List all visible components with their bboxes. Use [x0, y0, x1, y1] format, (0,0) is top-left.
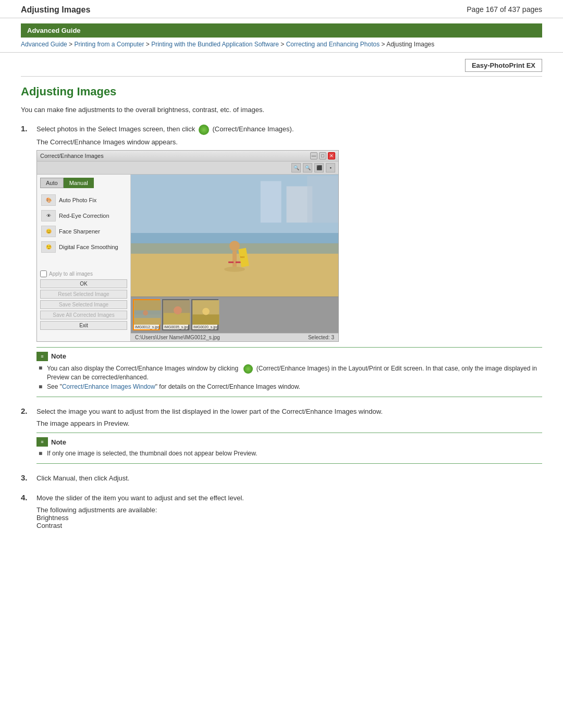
- thumbnail-3[interactable]: IMG0020_s.jpg: [191, 299, 218, 330]
- correct-enhance-link[interactable]: Correct/Enhance Images Window: [62, 383, 155, 390]
- svg-point-16: [143, 310, 148, 315]
- note-item-1-2: ■ See "Correct/Enhance Images Window" fo…: [36, 383, 542, 390]
- apply-all-checkbox-row: Apply to all images: [40, 270, 127, 277]
- thumbnail-1[interactable]: IMG0012_s.jpg: [133, 299, 160, 330]
- page-header: Adjusting Images Page 167 of 437 pages: [0, 0, 563, 18]
- step-4: 4. Move the slider of the item you want …: [21, 493, 542, 530]
- main-content: Adjusting Images You can make fine adjus…: [0, 85, 563, 560]
- window-toolbar: 🔍 🔍 ⬛ ▪: [37, 162, 338, 175]
- preview-image: text: [131, 175, 338, 297]
- adjustment-brightness: Brightness: [36, 514, 68, 522]
- auto-photo-fix-label: Auto Photo Fix: [59, 197, 96, 203]
- save-selected-button[interactable]: Save Selected Image: [40, 300, 127, 309]
- step-4-text: Move the slider of the item you want to …: [36, 493, 244, 503]
- ok-button[interactable]: OK: [40, 279, 127, 288]
- svg-rect-1: [261, 181, 282, 223]
- step-2-sub: The image appears in Preview.: [36, 419, 542, 427]
- svg-rect-8: [228, 261, 234, 263]
- tab-row: Auto Manual: [40, 178, 127, 188]
- note-header-2: ≡ Note: [36, 437, 542, 447]
- main-title: Adjusting Images: [21, 85, 542, 98]
- adjustment-contrast: Contrast: [36, 522, 62, 529]
- zoom-in-icon[interactable]: 🔍: [291, 163, 301, 172]
- step-3-text: Click Manual, then click Adjust.: [36, 473, 129, 484]
- minimize-button[interactable]: —: [310, 152, 317, 159]
- svg-point-6: [229, 241, 240, 251]
- app-badge: Easy-PhotoPrint EX: [465, 59, 542, 72]
- digital-face-icon: 😌: [41, 241, 56, 253]
- step-4-sub: The following adjustments are available:…: [36, 506, 542, 529]
- maximize-button[interactable]: □: [319, 152, 326, 159]
- window-title-text: Correct/Enhance Images: [40, 153, 104, 159]
- step-3-number: 3.: [21, 473, 33, 482]
- note-item-2-1: ■ If only one image is selected, the thu…: [36, 450, 542, 457]
- svg-rect-18: [164, 313, 190, 325]
- close-button[interactable]: ✕: [328, 152, 335, 159]
- digital-face-label: Digital Face Smoothing: [59, 244, 118, 250]
- note-header-1: ≡ Note: [36, 352, 542, 361]
- thumb-2-label: IMG0035_s.jpg: [163, 325, 188, 329]
- thumbnail-strip: IMG0012_s.jpg IMG0035_s.jpg: [131, 297, 338, 333]
- auto-photo-fix-icon: 🎨: [41, 194, 56, 206]
- note-title-1: Note: [51, 352, 66, 360]
- status-selected: Selected: 3: [308, 335, 334, 340]
- breadcrumb-printing-computer[interactable]: Printing from a Computer: [74, 41, 144, 48]
- thumbnail-2[interactable]: IMG0035_s.jpg: [162, 299, 189, 330]
- step-1-sub: The Correct/Enhance Images window appear…: [36, 138, 542, 146]
- face-sharpener-icon: 😊: [41, 226, 56, 237]
- intro-text: You can make fine adjustments to the ove…: [21, 106, 542, 114]
- save-all-button[interactable]: Save All Corrected Images: [40, 311, 127, 319]
- correct-enhance-icon: [199, 125, 209, 135]
- breadcrumb-advanced-guide[interactable]: Advanced Guide: [21, 41, 67, 48]
- window-titlebar: Correct/Enhance Images — □ ✕: [37, 151, 338, 162]
- red-eye-icon: 👁: [41, 210, 56, 221]
- thumb-3-label: IMG0020_s.jpg: [192, 325, 217, 329]
- breadcrumb-printing-bundled[interactable]: Printing with the Bundled Application So…: [151, 41, 279, 48]
- tool-red-eye[interactable]: 👁 Red-Eye Correction: [40, 208, 127, 224]
- note-box-2: ≡ Note ■ If only one image is selected, …: [36, 433, 542, 464]
- apply-all-checkbox[interactable]: [40, 270, 47, 277]
- tab-auto[interactable]: Auto: [40, 178, 64, 188]
- svg-point-22: [202, 307, 210, 315]
- red-eye-label: Red-Eye Correction: [59, 213, 109, 219]
- step-2-text: Select the image you want to adjust from…: [36, 406, 383, 417]
- advanced-guide-label: Advanced Guide: [27, 27, 81, 34]
- fit-width-icon[interactable]: ▪: [326, 163, 335, 172]
- exit-button[interactable]: Exit: [40, 321, 127, 330]
- step-1: 1. Select photos in the Select Images sc…: [21, 124, 542, 397]
- svg-rect-3: [307, 176, 338, 223]
- breadcrumb-correcting[interactable]: Correcting and Enhancing Photos: [286, 41, 380, 48]
- step-2: 2. Select the image you want to adjust f…: [21, 406, 542, 464]
- reset-button[interactable]: Reset Selected Image: [40, 290, 127, 299]
- breadcrumb-current: Adjusting Images: [386, 41, 434, 48]
- tool-auto-photo-fix[interactable]: 🎨 Auto Photo Fix: [40, 192, 127, 208]
- page-number: Page 167 of 437 pages: [467, 5, 542, 14]
- window-controls: — □ ✕: [310, 152, 335, 159]
- status-bar: C:\Users\User Name\IMG0012_s.jpg Selecte…: [131, 333, 338, 341]
- tool-face-sharpener[interactable]: 😊 Face Sharpener: [40, 224, 127, 239]
- status-path: C:\Users\User Name\IMG0012_s.jpg: [135, 335, 220, 340]
- zoom-out-icon[interactable]: 🔍: [303, 163, 312, 172]
- fit-icon[interactable]: ⬛: [314, 163, 324, 172]
- preview-area: text: [131, 175, 338, 297]
- note-icon-1: ≡: [36, 352, 48, 361]
- step-3: 3. Click Manual, then click Adjust.: [21, 473, 542, 484]
- tool-digital-face[interactable]: 😌 Digital Face Smoothing: [40, 239, 127, 255]
- right-panel: text: [131, 175, 338, 341]
- step-2-number: 2.: [21, 406, 33, 415]
- note-correct-icon: [243, 364, 253, 374]
- note-icon-2: ≡: [36, 437, 48, 447]
- thumb-1-label: IMG0012_s.jpg: [134, 325, 159, 329]
- app-badge-row: Easy-PhotoPrint EX: [0, 53, 563, 76]
- step-4-number: 4.: [21, 493, 33, 502]
- svg-rect-7: [232, 251, 237, 266]
- page-title-header: Adjusting Images: [21, 5, 90, 15]
- svg-rect-9: [236, 261, 241, 263]
- svg-point-19: [174, 306, 182, 314]
- note-title-2: Note: [51, 438, 66, 446]
- window-screenshot: Correct/Enhance Images — □ ✕ 🔍 🔍 ⬛ ▪: [36, 150, 339, 342]
- tab-manual[interactable]: Manual: [64, 178, 94, 188]
- svg-point-12: [224, 266, 245, 272]
- apply-all-label: Apply to all images: [49, 271, 93, 277]
- left-panel: Auto Manual 🎨 Auto Photo Fix 👁 Red-Eye C…: [37, 175, 131, 341]
